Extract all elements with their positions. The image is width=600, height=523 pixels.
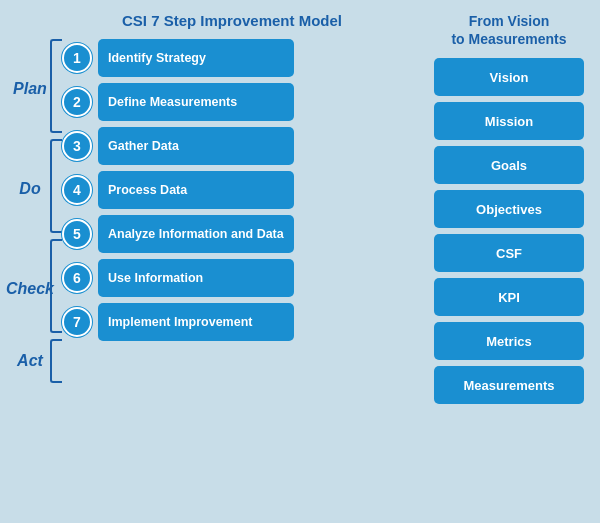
right-item-kpi: KPI — [434, 278, 584, 316]
step-row-3: 3Gather Data — [62, 127, 294, 165]
step-box-5: Analyze Information and Data — [98, 215, 294, 253]
step-row-4: 4Process Data — [62, 171, 294, 209]
phase-label-do: Do — [19, 180, 40, 198]
step-box-2: Define Measurements — [98, 83, 294, 121]
right-items-list: VisionMissionGoalsObjectivesCSFKPIMetric… — [434, 58, 584, 404]
step-box-7: Implement Improvement — [98, 303, 294, 341]
step-box-3: Gather Data — [98, 127, 294, 165]
step-box-4: Process Data — [98, 171, 294, 209]
right-item-vision: Vision — [434, 58, 584, 96]
step-circle-5: 5 — [62, 219, 92, 249]
main-title: CSI 7 Step Improvement Model — [10, 12, 424, 29]
step-row-6: 6Use Information — [62, 259, 294, 297]
step-circle-4: 4 — [62, 175, 92, 205]
phase-label-act: Act — [17, 352, 43, 370]
phase-label-plan: Plan — [13, 80, 47, 98]
step-row-7: 7Implement Improvement — [62, 303, 294, 341]
right-item-goals: Goals — [434, 146, 584, 184]
right-item-mission: Mission — [434, 102, 584, 140]
step-circle-1: 1 — [62, 43, 92, 73]
right-item-metrics: Metrics — [434, 322, 584, 360]
right-item-measurements: Measurements — [434, 366, 584, 404]
right-item-objectives: Objectives — [434, 190, 584, 228]
phase-label-check: Check — [6, 280, 54, 298]
step-circle-6: 6 — [62, 263, 92, 293]
step-box-1: Identify Strategy — [98, 39, 294, 77]
step-circle-7: 7 — [62, 307, 92, 337]
right-item-csf: CSF — [434, 234, 584, 272]
right-title: From Visionto Measurements — [451, 12, 566, 48]
step-circle-2: 2 — [62, 87, 92, 117]
step-row-2: 2Define Measurements — [62, 83, 294, 121]
step-row-5: 5Analyze Information and Data — [62, 215, 294, 253]
step-row-1: 1Identify Strategy — [62, 39, 294, 77]
step-circle-3: 3 — [62, 131, 92, 161]
step-box-6: Use Information — [98, 259, 294, 297]
